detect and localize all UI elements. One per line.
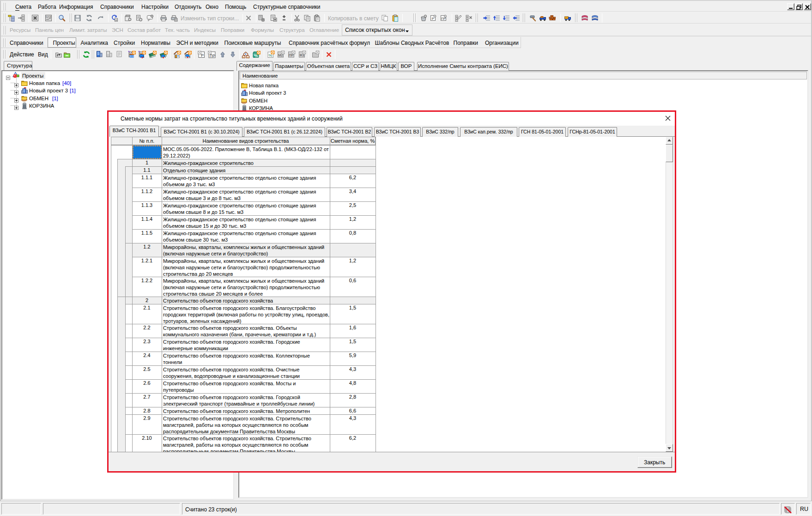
svg-text:PDF: PDF <box>47 16 51 18</box>
svg-text:10: 10 <box>255 55 258 58</box>
